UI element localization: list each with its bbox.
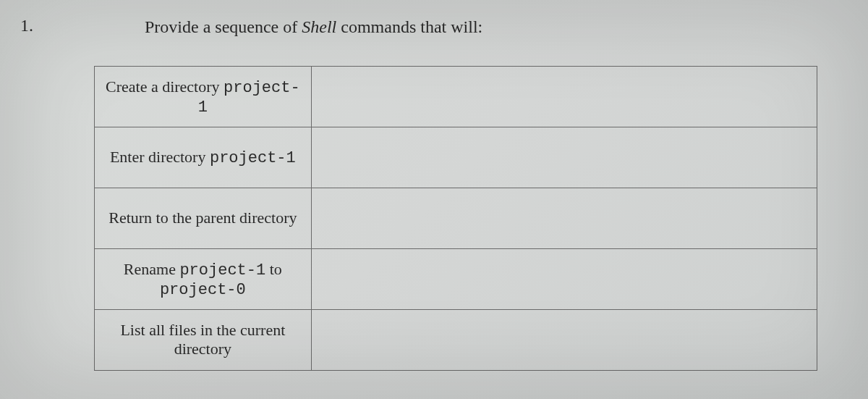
task-cell: Return to the parent directory <box>95 188 312 249</box>
worksheet-page: 1. Provide a sequence of Shell commands … <box>0 0 868 399</box>
answer-cell[interactable] <box>311 249 817 310</box>
prompt-italic: Shell <box>302 17 336 36</box>
commands-table-wrap: Create a directory project-1 Enter direc… <box>94 66 817 371</box>
task-text: Rename <box>124 260 180 278</box>
task-text-post: to <box>265 260 282 278</box>
answer-cell[interactable] <box>311 188 817 249</box>
commands-table: Create a directory project-1 Enter direc… <box>94 66 817 371</box>
task-text: Return to the parent directory <box>109 209 297 227</box>
task-text: Enter directory <box>110 148 210 166</box>
table-row: Create a directory project-1 <box>95 67 817 127</box>
table-row: Return to the parent directory <box>95 188 817 249</box>
prompt-text-after: commands that will: <box>336 17 482 36</box>
task-cell: Rename project-1 to project-0 <box>95 249 312 310</box>
table-row: Enter directory project-1 <box>95 127 817 188</box>
task-code: project-1 <box>179 261 265 280</box>
table-row: Rename project-1 to project-0 <box>95 249 817 310</box>
task-cell: Enter directory project-1 <box>95 127 312 188</box>
task-cell: List all files in the current directory <box>95 310 312 371</box>
task-cell: Create a directory project-1 <box>95 67 312 127</box>
prompt-text-before: Provide a sequence of <box>145 17 302 36</box>
task-text: List all files in the current directory <box>120 321 285 358</box>
answer-cell[interactable] <box>311 67 817 127</box>
question-number: 1. <box>20 16 33 35</box>
task-code: project-1 <box>210 149 296 167</box>
task-text: Create a directory <box>106 77 224 96</box>
task-code-2: project-0 <box>160 281 246 299</box>
question-prompt: Provide a sequence of Shell commands tha… <box>145 17 832 37</box>
table-row: List all files in the current directory <box>95 310 817 371</box>
answer-cell[interactable] <box>311 127 817 188</box>
answer-cell[interactable] <box>311 310 817 371</box>
